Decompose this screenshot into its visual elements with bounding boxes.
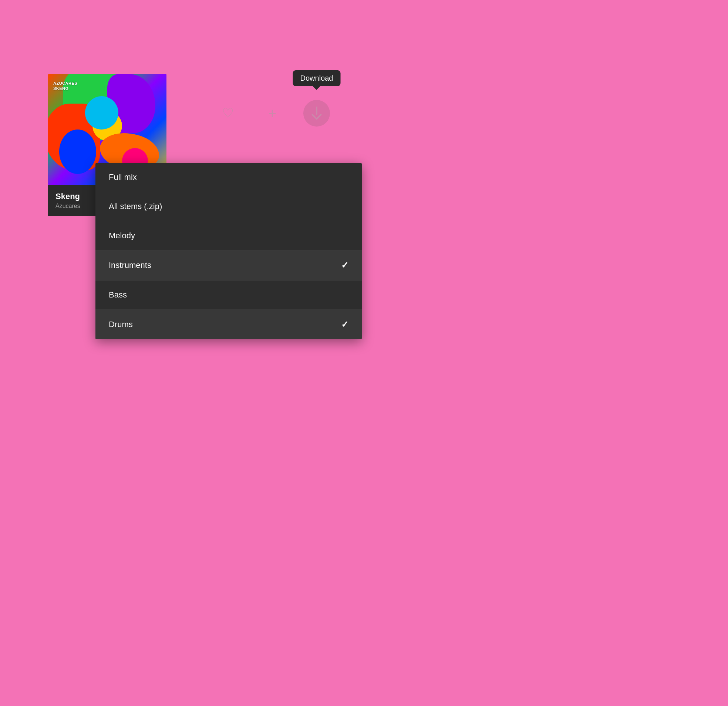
download-menu: Full mix All stems (.zip) Melody Instrum…: [95, 163, 362, 339]
heart-icon: ♡: [222, 107, 234, 120]
menu-item-drums[interactable]: Drums ✓: [95, 310, 362, 339]
menu-item-bass[interactable]: Bass: [95, 281, 362, 310]
page-background: AZUCARES SKENG Skeng Azucares ♡ + Downlo…: [0, 0, 728, 706]
download-button[interactable]: Download: [303, 100, 330, 127]
drums-checkmark: ✓: [341, 319, 348, 330]
menu-item-melody[interactable]: Melody: [95, 221, 362, 250]
actions-area: ♡ + Download: [215, 100, 330, 127]
menu-item-all-stems[interactable]: All stems (.zip): [95, 192, 362, 221]
download-tooltip: Download: [293, 70, 341, 86]
plus-icon: +: [268, 106, 276, 120]
menu-item-instruments[interactable]: Instruments ✓: [95, 250, 362, 281]
download-arrow-icon: [310, 107, 323, 120]
album-label: AZUCARES SKENG: [53, 81, 77, 91]
menu-item-full-mix[interactable]: Full mix: [95, 163, 362, 192]
add-button[interactable]: +: [259, 100, 286, 127]
like-button[interactable]: ♡: [215, 100, 241, 127]
instruments-checkmark: ✓: [341, 260, 348, 271]
